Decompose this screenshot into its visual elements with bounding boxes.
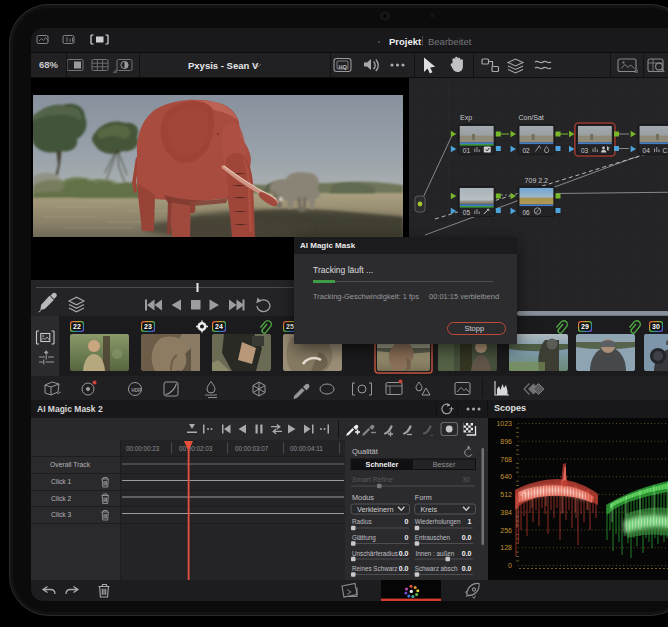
svg-text:HQ: HQ	[339, 64, 348, 70]
svg-text:02: 02	[523, 147, 531, 154]
svg-text:640: 640	[500, 473, 512, 480]
svg-text:01: 01	[463, 147, 471, 154]
svg-text:Schwarz absch: Schwarz absch	[415, 565, 458, 572]
svg-text:Unschärferadius: Unschärferadius	[352, 550, 398, 557]
svg-text:Glättung: Glättung	[352, 534, 376, 542]
svg-text:06: 06	[523, 209, 531, 216]
svg-text:05: 05	[463, 209, 471, 216]
svg-text:Modus: Modus	[352, 493, 374, 502]
svg-text:0.0: 0.0	[399, 565, 409, 572]
svg-text:Form: Form	[415, 493, 432, 502]
svg-text:0.0: 0.0	[399, 550, 409, 557]
svg-text:Click 1: Click 1	[51, 478, 72, 485]
svg-text:25: 25	[286, 323, 294, 330]
svg-text:68%: 68%	[39, 59, 59, 70]
svg-text:0: 0	[508, 562, 512, 569]
svg-text:30: 30	[462, 476, 470, 483]
svg-text:Overall Track: Overall Track	[50, 461, 91, 468]
svg-text:30: 30	[652, 323, 660, 330]
svg-text:896: 896	[500, 438, 512, 445]
svg-text:Radius: Radius	[352, 518, 372, 525]
svg-text:22: 22	[73, 323, 81, 330]
svg-text:Kreis: Kreis	[421, 505, 438, 514]
svg-text:C3: C3	[663, 147, 668, 154]
svg-text:03: 03	[581, 147, 589, 154]
svg-text:0.0: 0.0	[462, 565, 472, 572]
svg-text:00:00:04:11: 00:00:04:11	[290, 445, 323, 452]
svg-text:04: 04	[643, 147, 651, 154]
svg-text:0.0: 0.0	[462, 534, 472, 541]
svg-text:1023: 1023	[496, 420, 512, 427]
svg-text:128: 128	[500, 544, 512, 551]
svg-text:384: 384	[500, 509, 512, 516]
svg-text:0.0: 0.0	[462, 550, 472, 557]
svg-text:Con/Sat: Con/Sat	[519, 114, 544, 121]
svg-text:Click 2: Click 2	[51, 495, 72, 502]
svg-text:Schneller: Schneller	[366, 460, 399, 469]
svg-text:24: 24	[215, 323, 223, 330]
svg-text:Verkleinern: Verkleinern	[357, 505, 394, 514]
svg-text:Entrauschen: Entrauschen	[415, 534, 451, 541]
svg-text:709 2.2: 709 2.2	[525, 177, 548, 184]
svg-text:0: 0	[405, 518, 409, 525]
svg-text:Reines Schwarz: Reines Schwarz	[352, 565, 398, 572]
svg-text:Innen : außen: Innen : außen	[416, 550, 455, 557]
svg-text:Click 3: Click 3	[51, 511, 72, 518]
svg-text:HDR: HDR	[132, 388, 142, 393]
svg-text:Wiederholungen: Wiederholungen	[415, 518, 461, 526]
svg-text:256: 256	[500, 527, 512, 534]
svg-text:Exp: Exp	[460, 114, 472, 122]
svg-text:29: 29	[581, 323, 589, 330]
svg-text:768: 768	[500, 456, 512, 463]
svg-text:23: 23	[144, 323, 152, 330]
svg-text:Qualität: Qualität	[352, 447, 379, 456]
svg-text:00:00:00:23: 00:00:00:23	[126, 445, 160, 452]
svg-text:Smart Refine: Smart Refine	[352, 476, 393, 483]
svg-text:512: 512	[500, 491, 512, 498]
svg-text:00:00:02:03: 00:00:02:03	[179, 445, 213, 452]
svg-text:Besser: Besser	[433, 460, 456, 469]
svg-text:0: 0	[405, 534, 409, 541]
svg-text:00:00:03:07: 00:00:03:07	[235, 445, 269, 452]
svg-text:1: 1	[468, 518, 472, 525]
